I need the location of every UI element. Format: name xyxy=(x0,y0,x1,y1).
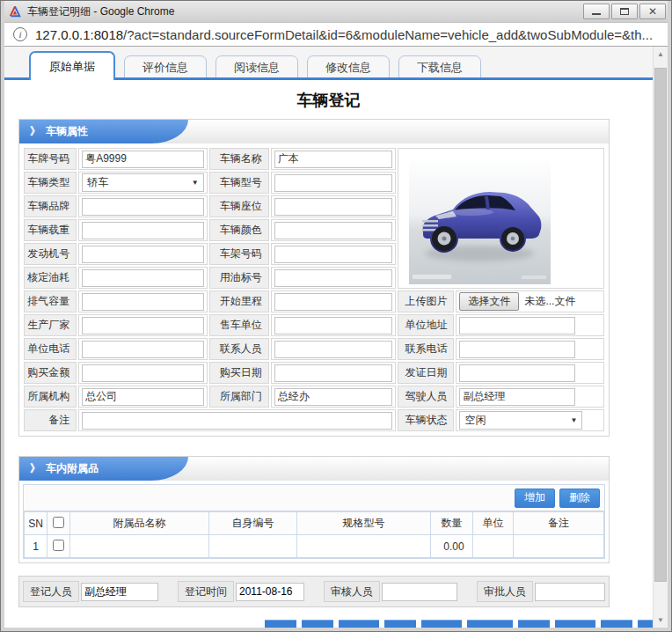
field-label: 所属部门 xyxy=(209,386,269,408)
section-title: 车辆属性 xyxy=(46,124,88,139)
field-label: 购买日期 xyxy=(209,362,269,384)
cell-qty: 0.00 xyxy=(431,535,473,558)
model-input[interactable] xyxy=(274,174,392,192)
engine-no-input[interactable] xyxy=(82,246,203,263)
window-controls: ✕ xyxy=(581,4,666,19)
vehicle-name-input[interactable] xyxy=(274,151,392,168)
bottom-action-button[interactable] xyxy=(555,620,595,628)
add-row-button[interactable]: 增加 xyxy=(515,489,555,508)
maximize-icon xyxy=(620,8,629,15)
title-bar[interactable]: 车辆登记明细 - Google Chrome ✕ xyxy=(4,1,668,22)
price-input[interactable] xyxy=(82,364,203,382)
seller-input[interactable] xyxy=(274,317,392,334)
cell-unit xyxy=(473,535,514,558)
bottom-action-button[interactable] xyxy=(601,620,632,628)
field-label: 车辆载重 xyxy=(24,219,77,241)
select-all-checkbox[interactable] xyxy=(53,517,64,528)
auditor-input[interactable] xyxy=(382,583,457,601)
field-label: 车辆座位 xyxy=(209,195,269,217)
field-label: 车辆品牌 xyxy=(24,195,77,217)
org-input[interactable] xyxy=(82,388,203,406)
contact-input[interactable] xyxy=(274,341,392,358)
field-label: 联系电话 xyxy=(398,338,454,360)
start-mileage-input[interactable] xyxy=(274,293,392,311)
vehicle-status-select[interactable]: 空闲 ▼ xyxy=(459,411,582,430)
field-label: 单位地址 xyxy=(398,314,454,336)
seller-phone-input[interactable] xyxy=(82,341,203,358)
bottom-action-button[interactable] xyxy=(518,620,550,628)
load-input[interactable] xyxy=(82,222,203,239)
info-icon[interactable]: i xyxy=(13,27,27,41)
register-time-input[interactable] xyxy=(236,583,304,601)
driver-input[interactable] xyxy=(459,388,575,406)
dept-input[interactable] xyxy=(274,388,392,406)
bottom-action-button[interactable] xyxy=(384,620,416,628)
field-label: 所属机构 xyxy=(24,386,77,408)
issue-date-input[interactable] xyxy=(459,364,575,382)
tab-original-document[interactable]: 原始单据 xyxy=(29,51,115,80)
column-header-sn: SN xyxy=(25,512,47,535)
approver-input[interactable] xyxy=(535,583,605,601)
app-logo-icon xyxy=(8,4,22,18)
remark-input[interactable] xyxy=(82,412,392,430)
maximize-button[interactable] xyxy=(611,4,638,19)
url-text[interactable]: 127.0.0.1:8018/?act=standard.sourceFormD… xyxy=(35,27,653,42)
field-label: 发动机号 xyxy=(24,243,77,265)
brand-input[interactable] xyxy=(82,198,203,216)
color-input[interactable] xyxy=(274,222,392,239)
field-label: 核定油耗 xyxy=(24,267,77,289)
displacement-input[interactable] xyxy=(82,293,203,311)
cell-name xyxy=(70,535,209,558)
choose-file-button[interactable]: 选择文件 xyxy=(459,292,519,311)
browser-window: 车辆登记明细 - Google Chrome ✕ i 127.0.0.1:801… xyxy=(0,0,672,632)
page-content: 原始单据 评价信息 阅读信息 修改信息 下载信息 车辆登记 》 车辆属性 xyxy=(4,47,653,628)
bottom-action-button[interactable] xyxy=(638,620,653,628)
field-label: 开始里程 xyxy=(209,290,269,312)
contact-phone-input[interactable] xyxy=(459,341,575,358)
url-path: /?act=standard.sourceFormDetail&id=6&mod… xyxy=(123,27,653,42)
delete-row-button[interactable]: 删除 xyxy=(559,489,600,508)
minimize-button[interactable] xyxy=(583,4,610,19)
tab-read-info[interactable]: 阅读信息 xyxy=(215,55,298,80)
scroll-up-icon: ▲ xyxy=(657,50,664,58)
bottom-action-button[interactable] xyxy=(265,620,296,628)
bottom-action-button[interactable] xyxy=(421,620,462,628)
close-button[interactable]: ✕ xyxy=(639,4,666,19)
page-title: 车辆登记 xyxy=(4,90,653,111)
tab-evaluation-info[interactable]: 评价信息 xyxy=(124,55,207,80)
manufacturer-input[interactable] xyxy=(82,317,203,334)
field-label: 车辆状态 xyxy=(398,409,454,431)
vertical-scrollbar[interactable]: ▲ ▼ xyxy=(653,47,668,628)
vin-input[interactable] xyxy=(274,246,392,263)
scrollbar-thumb[interactable] xyxy=(654,68,667,582)
bottom-action-button[interactable] xyxy=(339,620,379,628)
table-row: 1 0.00 xyxy=(25,535,604,558)
tab-modify-info[interactable]: 修改信息 xyxy=(307,55,390,80)
row-checkbox[interactable] xyxy=(53,540,64,551)
scroll-up-button[interactable]: ▲ xyxy=(654,47,668,62)
url-bar[interactable]: i 127.0.0.1:8018/?act=standard.sourceFor… xyxy=(4,22,668,47)
purchase-date-input[interactable] xyxy=(274,364,392,382)
register-person-input[interactable] xyxy=(81,583,158,601)
field-label: 车辆名称 xyxy=(209,148,269,170)
fuel-grade-input[interactable] xyxy=(274,269,392,287)
bottom-action-button[interactable] xyxy=(302,620,333,628)
field-label: 车牌号码 xyxy=(24,148,77,170)
column-header-unit: 单位 xyxy=(473,512,514,535)
vehicle-form: 车牌号码 车辆名称 xyxy=(22,146,606,433)
vehicle-type-select[interactable]: 轿车 ▼ xyxy=(82,173,203,192)
section-marker-icon: 》 xyxy=(30,124,40,139)
dropdown-arrow-icon: ▼ xyxy=(571,416,578,424)
seller-address-input[interactable] xyxy=(459,317,575,334)
seats-input[interactable] xyxy=(274,198,392,216)
field-label: 车辆颜色 xyxy=(209,219,269,241)
tab-download-info[interactable]: 下载信息 xyxy=(398,55,481,80)
scroll-down-button[interactable]: ▼ xyxy=(654,613,668,628)
field-label: 审核人员 xyxy=(324,581,380,602)
plate-input[interactable] xyxy=(82,151,203,168)
fuel-rate-input[interactable] xyxy=(82,269,203,287)
bottom-action-button[interactable] xyxy=(467,620,513,628)
section-title: 车内附属品 xyxy=(46,461,99,476)
field-label: 排气容量 xyxy=(24,290,77,312)
close-icon: ✕ xyxy=(648,6,657,17)
